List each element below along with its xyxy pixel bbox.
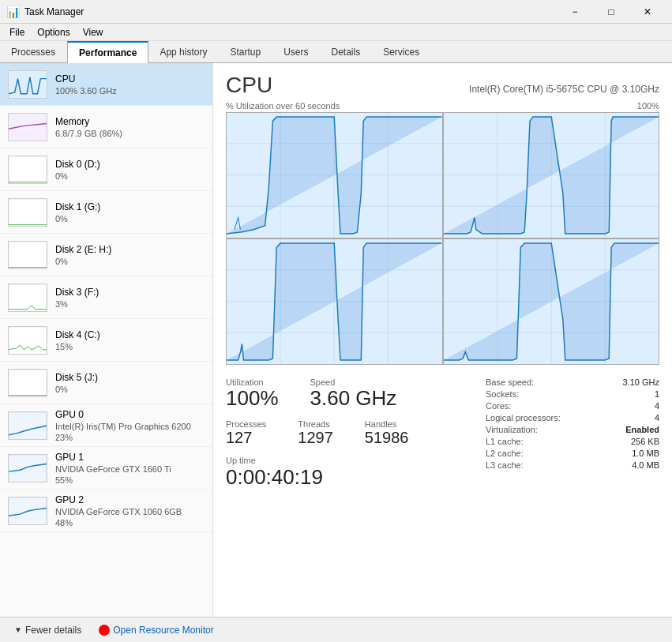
tab-processes[interactable]: Processes bbox=[0, 41, 67, 62]
window-title: Task Manager bbox=[24, 6, 557, 17]
disk2-thumbnail bbox=[8, 241, 47, 269]
chart-labels: % Utilization over 60 seconds 100% bbox=[226, 101, 659, 111]
maximize-button[interactable]: □ bbox=[593, 0, 629, 24]
fewer-details-label: Fewer details bbox=[25, 625, 81, 636]
close-button[interactable]: ✕ bbox=[629, 0, 666, 24]
tab-services[interactable]: Services bbox=[372, 41, 431, 62]
gpu2-thumbnail bbox=[8, 497, 47, 525]
disk3-sub: 3% bbox=[55, 299, 205, 309]
memory-title: Memory bbox=[55, 116, 205, 127]
disk2-title: Disk 2 (E: H:) bbox=[55, 244, 205, 255]
gpu2-sub: NVIDIA GeForce GTX 1060 6GB bbox=[55, 507, 205, 516]
menu-options[interactable]: Options bbox=[31, 25, 76, 39]
base-speed-value: 3.10 GHz bbox=[623, 377, 659, 387]
l2cache-label: L2 cache: bbox=[486, 449, 524, 458]
disk0-title: Disk 0 (D:) bbox=[55, 159, 205, 170]
info-virtualization: Virtualization: Enabled bbox=[486, 425, 659, 434]
cpu-model-text: Intel(R) Core(TM) i5-5675C CPU @ 3.10GHz bbox=[469, 84, 659, 95]
sidebar-item-gpu0[interactable]: GPU 0 Intel(R) Iris(TM) Pro Graphics 620… bbox=[0, 404, 212, 447]
sidebar-item-gpu2[interactable]: GPU 2 NVIDIA GeForce GTX 1060 6GB 48% bbox=[0, 490, 212, 532]
tab-details[interactable]: Details bbox=[320, 41, 372, 62]
gpu2-usage: 48% bbox=[55, 518, 205, 527]
l2cache-value: 1.0 MB bbox=[632, 449, 659, 458]
chart-top-right bbox=[444, 113, 659, 238]
info-l1cache: L1 cache: 256 KB bbox=[486, 437, 659, 446]
tab-users[interactable]: Users bbox=[272, 41, 320, 62]
sidebar-item-disk3[interactable]: Disk 3 (F:) 3% bbox=[0, 276, 212, 319]
window-controls: − □ ✕ bbox=[557, 0, 666, 24]
minimize-button[interactable]: − bbox=[557, 0, 593, 24]
chart-label-right: 100% bbox=[637, 101, 659, 111]
chart-label-left: % Utilization over 60 seconds bbox=[226, 101, 340, 111]
fewer-details-button[interactable]: ▼ Fewer details bbox=[9, 621, 86, 639]
sockets-label: Sockets: bbox=[486, 389, 519, 399]
uptime-label: Up time bbox=[226, 456, 486, 465]
svg-rect-5 bbox=[9, 284, 47, 312]
disk1-info: Disk 1 (G:) 0% bbox=[55, 201, 205, 223]
gpu1-sub: NVIDIA GeForce GTX 1660 Ti bbox=[55, 464, 205, 474]
sidebar-item-disk1[interactable]: Disk 1 (G:) 0% bbox=[0, 191, 212, 234]
open-resource-monitor-link[interactable]: Open Resource Monitor bbox=[99, 625, 213, 636]
base-speed-label: Base speed: bbox=[486, 377, 534, 387]
threads-label: Threads bbox=[298, 419, 333, 429]
svg-rect-8 bbox=[9, 412, 47, 440]
processes-value: 127 bbox=[226, 429, 266, 446]
sidebar-item-disk2[interactable]: Disk 2 (E: H:) 0% bbox=[0, 234, 212, 276]
disk5-info: Disk 5 (J:) 0% bbox=[55, 372, 205, 394]
logical-processors-label: Logical processors: bbox=[486, 413, 561, 422]
disk5-thumbnail bbox=[8, 369, 47, 397]
gpu1-title: GPU 1 bbox=[55, 452, 205, 463]
cpu-title: CPU bbox=[55, 73, 205, 84]
memory-info: Memory 6.8/7.9 GB (86%) bbox=[55, 116, 205, 138]
gpu1-thumbnail bbox=[8, 454, 47, 482]
uptime-group: Up time 0:00:40:19 bbox=[226, 456, 486, 490]
processes-group: Processes 127 bbox=[226, 419, 266, 446]
chart-bottom-right bbox=[444, 239, 659, 364]
threads-group: Threads 1297 bbox=[298, 419, 333, 446]
disk4-title: Disk 4 (C:) bbox=[55, 329, 205, 340]
disk5-sub: 0% bbox=[55, 385, 205, 394]
info-logical-processors: Logical processors: 4 bbox=[486, 413, 659, 422]
sidebar-item-cpu[interactable]: CPU 100% 3.60 GHz bbox=[0, 63, 212, 106]
svg-rect-2 bbox=[9, 156, 47, 184]
info-panel: Base speed: 3.10 GHz Sockets: 1 Cores: 4… bbox=[486, 377, 659, 490]
detail-title: CPU bbox=[226, 73, 272, 98]
cores-value: 4 bbox=[655, 401, 659, 411]
gpu0-title: GPU 0 bbox=[55, 409, 205, 420]
info-l3cache: L3 cache: 4.0 MB bbox=[486, 460, 659, 470]
tab-startup[interactable]: Startup bbox=[219, 41, 272, 62]
cpu-thumbnail bbox=[8, 70, 47, 99]
menu-view[interactable]: View bbox=[77, 25, 110, 39]
disk4-info: Disk 4 (C:) 15% bbox=[55, 329, 205, 351]
cores-label: Cores: bbox=[486, 401, 511, 411]
sidebar-item-disk0[interactable]: Disk 0 (D:) 0% bbox=[0, 148, 212, 191]
tab-app-history[interactable]: App history bbox=[148, 41, 219, 62]
l1cache-label: L1 cache: bbox=[486, 437, 524, 446]
sidebar-item-disk4[interactable]: Disk 4 (C:) 15% bbox=[0, 319, 212, 362]
processes-label: Processes bbox=[226, 419, 266, 429]
svg-rect-3 bbox=[9, 199, 47, 227]
svg-rect-9 bbox=[9, 455, 47, 482]
disk1-thumbnail bbox=[8, 198, 47, 227]
disk5-title: Disk 5 (J:) bbox=[55, 372, 205, 383]
gpu1-info: GPU 1 NVIDIA GeForce GTX 1660 Ti 55% bbox=[55, 452, 205, 485]
resource-monitor-icon bbox=[99, 625, 110, 636]
disk3-thumbnail bbox=[8, 283, 47, 312]
tab-performance[interactable]: Performance bbox=[67, 41, 148, 63]
disk4-thumbnail bbox=[8, 326, 47, 355]
chart-bottom-left bbox=[227, 239, 442, 364]
sockets-value: 1 bbox=[655, 389, 659, 399]
info-cores: Cores: 4 bbox=[486, 401, 659, 411]
l3cache-value: 4.0 MB bbox=[632, 460, 659, 470]
processes-row: Processes 127 Threads 1297 Handles 51986 bbox=[226, 419, 486, 446]
footer-bar: ▼ Fewer details Open Resource Monitor bbox=[0, 617, 672, 642]
sidebar-item-disk5[interactable]: Disk 5 (J:) 0% bbox=[0, 362, 212, 404]
sidebar-item-memory[interactable]: Memory 6.8/7.9 GB (86%) bbox=[0, 106, 212, 148]
l1cache-value: 256 KB bbox=[631, 437, 659, 446]
svg-rect-0 bbox=[9, 71, 47, 99]
sidebar: CPU 100% 3.60 GHz Memory 6.8/7.9 GB (86%… bbox=[0, 63, 213, 617]
uptime-value: 0:00:40:19 bbox=[226, 465, 486, 490]
sidebar-item-gpu1[interactable]: GPU 1 NVIDIA GeForce GTX 1660 Ti 55% bbox=[0, 447, 212, 490]
menu-file[interactable]: File bbox=[3, 25, 31, 39]
speed-group: Speed 3.60 GHz bbox=[310, 377, 397, 410]
